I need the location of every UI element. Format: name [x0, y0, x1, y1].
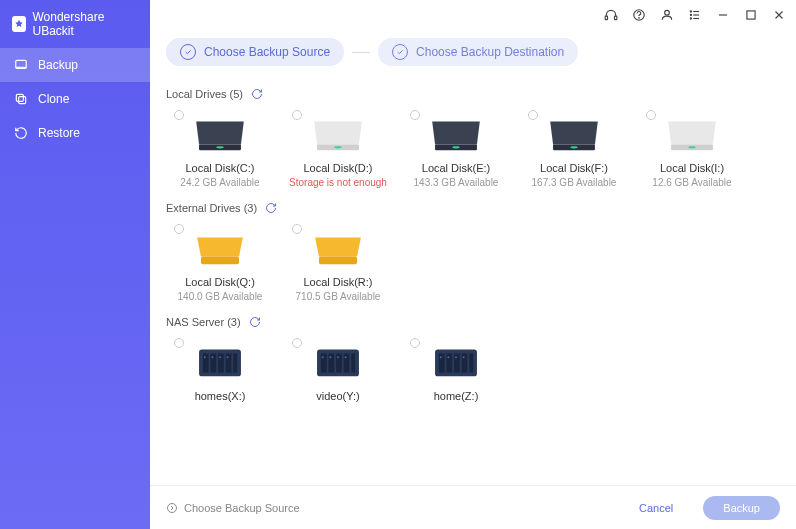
footer: Choose Backup Source Cancel Backup: [150, 485, 796, 529]
nav-backup[interactable]: Backup: [0, 48, 150, 82]
drive-name: video(Y:): [316, 390, 359, 402]
drive-card[interactable]: video(Y:): [284, 338, 392, 402]
svg-point-8: [690, 11, 691, 12]
drive-card[interactable]: home(Z:): [402, 338, 510, 402]
nav-restore[interactable]: Restore: [0, 116, 150, 150]
svg-point-42: [337, 356, 339, 358]
logo-icon: [12, 16, 26, 32]
drive-radio[interactable]: [174, 110, 184, 120]
nav-label: Restore: [38, 126, 80, 140]
svg-rect-47: [454, 353, 460, 372]
svg-point-31: [211, 356, 213, 358]
drive-card[interactable]: Local Disk(Q:) 140.0 GB Available: [166, 224, 274, 302]
nav-clone[interactable]: Clone: [0, 82, 150, 116]
minimize-icon[interactable]: [716, 8, 730, 22]
svg-rect-37: [336, 353, 342, 372]
drive-card[interactable]: Local Disk(D:) Storage is not enough: [284, 110, 392, 188]
section-header-nas: NAS Server (3): [166, 316, 780, 328]
nav-label: Clone: [38, 92, 69, 106]
drive-name: home(Z:): [434, 390, 479, 402]
svg-rect-29: [233, 353, 237, 372]
step-connector: [352, 52, 370, 53]
disk-icon: [663, 114, 721, 154]
titlebar: [150, 0, 796, 30]
menu-icon[interactable]: [688, 8, 702, 22]
step-label: Choose Backup Source: [204, 45, 330, 59]
svg-point-30: [204, 356, 206, 358]
svg-point-51: [447, 356, 449, 358]
refresh-icon[interactable]: [251, 88, 263, 100]
svg-rect-36: [328, 353, 334, 372]
step-destination[interactable]: Choose Backup Destination: [378, 38, 578, 66]
drive-radio[interactable]: [292, 338, 302, 348]
svg-rect-2: [19, 97, 26, 104]
drive-card[interactable]: Local Disk(F:) 167.3 GB Available: [520, 110, 628, 188]
svg-point-9: [690, 14, 691, 15]
main: Choose Backup Source Choose Backup Desti…: [150, 0, 796, 529]
svg-rect-3: [605, 16, 607, 20]
content: Local Drives (5) Local Disk(C:) 24.2 GB …: [150, 74, 796, 485]
drive-subtext: 24.2 GB Available: [180, 177, 259, 188]
svg-rect-27: [218, 353, 224, 372]
check-icon: [392, 44, 408, 60]
drive-radio[interactable]: [528, 110, 538, 120]
drive-card[interactable]: homes(X:): [166, 338, 274, 402]
app-title: Wondershare UBackit: [32, 10, 138, 38]
drive-name: Local Disk(C:): [185, 162, 254, 174]
help-icon[interactable]: [632, 8, 646, 22]
backup-button[interactable]: Backup: [703, 496, 780, 520]
nas-icon: [191, 342, 249, 382]
drive-radio[interactable]: [292, 224, 302, 234]
user-icon[interactable]: [660, 8, 674, 22]
drive-subtext: 140.0 GB Available: [178, 291, 263, 302]
disk-icon: [191, 114, 249, 154]
svg-point-52: [455, 356, 457, 358]
headset-icon[interactable]: [604, 8, 618, 22]
svg-point-53: [463, 356, 465, 358]
drive-name: Local Disk(I:): [660, 162, 724, 174]
drive-radio[interactable]: [646, 110, 656, 120]
svg-point-21: [688, 146, 696, 148]
section-title: NAS Server (3): [166, 316, 241, 328]
section-header-external: External Drives (3): [166, 202, 780, 214]
drive-radio[interactable]: [292, 110, 302, 120]
svg-point-33: [227, 356, 229, 358]
drive-card[interactable]: Local Disk(I:) 12.6 GB Available: [638, 110, 746, 188]
disk-icon: [545, 114, 603, 154]
drive-name: Local Disk(R:): [303, 276, 372, 288]
drive-subtext: Storage is not enough: [289, 177, 387, 188]
drive-radio[interactable]: [410, 338, 420, 348]
refresh-icon[interactable]: [265, 202, 277, 214]
drive-name: Local Disk(E:): [422, 162, 490, 174]
drive-radio[interactable]: [174, 224, 184, 234]
svg-rect-1: [16, 94, 23, 101]
maximize-icon[interactable]: [744, 8, 758, 22]
external-drive-icon: [309, 228, 367, 268]
disk-icon: [309, 114, 367, 154]
close-icon[interactable]: [772, 8, 786, 22]
cancel-button[interactable]: Cancel: [619, 496, 693, 520]
drive-subtext: 710.5 GB Available: [296, 291, 381, 302]
chevron-icon: [166, 502, 178, 514]
drive-card[interactable]: Local Disk(R:) 710.5 GB Available: [284, 224, 392, 302]
disk-icon: [427, 114, 485, 154]
step-label: Choose Backup Destination: [416, 45, 564, 59]
step-source[interactable]: Choose Backup Source: [166, 38, 344, 66]
drive-card[interactable]: Local Disk(C:) 24.2 GB Available: [166, 110, 274, 188]
svg-rect-39: [351, 353, 355, 372]
drive-radio[interactable]: [174, 338, 184, 348]
drive-card[interactable]: Local Disk(E:) 143.3 GB Available: [402, 110, 510, 188]
svg-point-43: [345, 356, 347, 358]
svg-rect-46: [446, 353, 452, 372]
section-header-local: Local Drives (5): [166, 88, 780, 100]
drive-radio[interactable]: [410, 110, 420, 120]
svg-rect-22: [201, 257, 239, 265]
refresh-icon[interactable]: [249, 316, 261, 328]
drive-name: Local Disk(D:): [303, 162, 372, 174]
svg-rect-48: [462, 353, 468, 372]
svg-rect-35: [321, 353, 327, 372]
svg-point-54: [168, 503, 177, 512]
svg-rect-28: [226, 353, 232, 372]
svg-rect-4: [615, 16, 617, 20]
svg-point-19: [570, 146, 578, 148]
